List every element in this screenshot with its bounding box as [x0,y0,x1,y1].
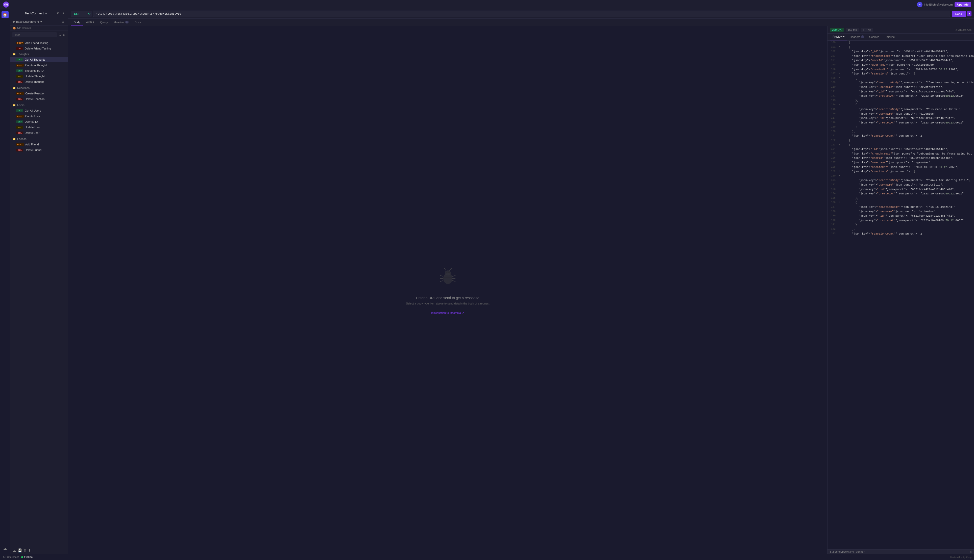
line-content: } [841,223,974,227]
tab-query[interactable]: Query [97,19,111,26]
line-number: 109 [827,80,837,85]
method-select[interactable]: GET POST PUT DELETE [71,11,92,17]
line-content: }, [841,98,974,103]
users-group-header[interactable]: 📁 Users [10,102,68,108]
list-item[interactable]: GET Thoughts by ID [10,68,68,73]
empty-state-title: Enter a URL and send to get a response [416,296,479,300]
url-input[interactable] [93,11,950,17]
line-content: "json-key">"reactionBody""json-punct">: … [841,178,974,183]
list-item[interactable]: GET Get All Users [10,108,68,113]
table-row: 124 "json-key">"_id""json-punct">: "6521… [827,147,974,152]
list-item[interactable]: GET User by ID [10,119,68,125]
table-row: 134 "json-key">"createdAt""json-punct">:… [827,192,974,196]
intro-link-text: Introduction to Insomnia [431,311,461,314]
add-cookies-button[interactable]: 🍪 Add Cookies [10,26,68,31]
line-content: { [841,174,974,178]
method-badge-put: PUT [16,75,23,78]
fold-indicator[interactable]: ▾ [837,169,841,174]
nav-item-label: Create a Thought [25,63,47,67]
tab-headers[interactable]: Headers 1 [111,19,132,26]
fold-indicator [837,121,841,125]
fold-indicator[interactable]: ▾ [837,76,841,81]
intro-link[interactable]: Introduction to Insomnia ↗ [431,311,464,314]
fold-indicator[interactable]: ▾ [837,143,841,147]
tab-docs[interactable]: Docs [132,19,144,26]
collection-title[interactable]: TechConnect ▾ [25,12,47,15]
list-item[interactable]: DEL Delete Friend Testing [10,46,68,51]
reactions-group-header[interactable]: 📁 Reactions [10,85,68,91]
list-item[interactable]: POST Add Friend [10,142,68,147]
list-item[interactable]: GET Get All Thoughts [10,57,68,62]
close-sidebar-button[interactable]: + [62,11,65,16]
table-row: 113 }, [827,98,974,103]
tab-headers-resp[interactable]: Headers 7 [847,34,867,40]
method-badge-post: POST [16,92,24,95]
tab-auth[interactable]: Auth ▾ [83,19,97,26]
list-item[interactable]: DEL Delete Reaction [10,96,68,102]
list-item[interactable]: PUT Update User [10,125,68,130]
upload-icon[interactable]: ⬆ [23,548,27,552]
list-item[interactable]: POST Add Friend Testing [10,40,68,46]
method-badge-post: POST [16,64,24,67]
folder-icon: 📁 [13,104,16,107]
line-number: 124 [827,147,837,152]
svg-point-9 [449,272,450,273]
cloud-icon[interactable]: ☁ [13,548,16,552]
send-dropdown-button[interactable]: ▾ [967,11,971,17]
send-button[interactable]: Send [952,11,966,17]
line-number: 121 [827,134,837,138]
topbar: N info@lightoftwelve.com Upgrade [0,0,974,9]
home-icon-button[interactable]: 🏠 [2,11,8,18]
environment-selector[interactable]: Base Environment ▾ ⚙ [10,18,68,26]
add-filter-icon-button[interactable]: ⊕ [62,33,66,37]
list-item[interactable]: DEL Delete Friend [10,147,68,153]
line-content: "json-key">"reactions""json-punct">: [ [841,169,974,174]
line-number: 125 [827,152,837,156]
preferences-button[interactable]: ⚙ Preferences [3,556,19,558]
response-time: 167 ms [846,28,859,32]
settings-icon-button[interactable]: ⚙ [56,11,61,16]
fold-indicator[interactable]: ▾ [837,200,841,205]
local-icon[interactable]: 💾 [18,548,22,552]
table-row: 143 "json-key">"reactionCount""json-punc… [827,232,974,236]
tab-timeline[interactable]: Timeline [882,34,897,40]
env-settings-icon[interactable]: ⚙ [61,20,65,24]
download-icon[interactable]: ⬇ [28,548,31,552]
upgrade-button[interactable]: Upgrade [954,2,971,7]
line-content: "json-key">"createdAt""json-punct">: "20… [841,67,974,72]
resp-headers-count: 7 [861,35,864,38]
icon-rail: 🏠 + ☁ [0,9,10,554]
list-item[interactable]: DEL Delete Thought [10,79,68,85]
fold-indicator[interactable]: ▾ [837,103,841,107]
user-email: info@lightoftwelve.com [924,3,952,6]
fold-indicator[interactable]: ▾ [837,72,841,76]
tab-body[interactable]: Body [71,19,83,26]
list-item[interactable]: DEL Delete User [10,130,68,136]
table-row: 128 "json-key">"createdAt""json-punct">:… [827,165,974,170]
list-item[interactable]: POST Create Reaction [10,91,68,96]
friends-group-header[interactable]: 📁 Friends [10,136,68,142]
filter-input[interactable] [12,32,57,37]
fold-indicator [837,67,841,72]
sidebar-back-button[interactable]: ‹ [13,11,16,16]
line-content: { [841,45,974,50]
list-item[interactable]: PUT Update Thought [10,73,68,79]
tab-cookies[interactable]: Cookies [867,34,882,40]
fold-indicator[interactable]: ▾ [837,45,841,50]
statusbar-right: Made with ♥ by Kong [950,556,971,558]
line-number: 111 [827,90,837,94]
tab-preview[interactable]: Preview ▾ [830,33,847,40]
cloud-icon-button[interactable]: ☁ [2,545,8,552]
list-item[interactable]: POST Create User [10,113,68,119]
table-row: 111 "json-key">"_id""json-punct">: "6521… [827,90,974,94]
sort-icon-button[interactable]: ⇅ [58,33,62,37]
line-number: 108 [827,76,837,81]
statusbar-left: ⚙ Preferences Online [3,555,33,559]
thoughts-group-header[interactable]: 📁 Thoughts [10,51,68,57]
list-item[interactable]: POST Create a Thought [10,62,68,68]
table-row: 121 "json-key">"reactionCount""json-punc… [827,134,974,138]
fold-indicator[interactable]: ▾ [837,174,841,178]
table-row: 108▾ { [827,76,974,81]
line-number: 139 [827,214,837,218]
add-icon-button[interactable]: + [2,19,8,26]
